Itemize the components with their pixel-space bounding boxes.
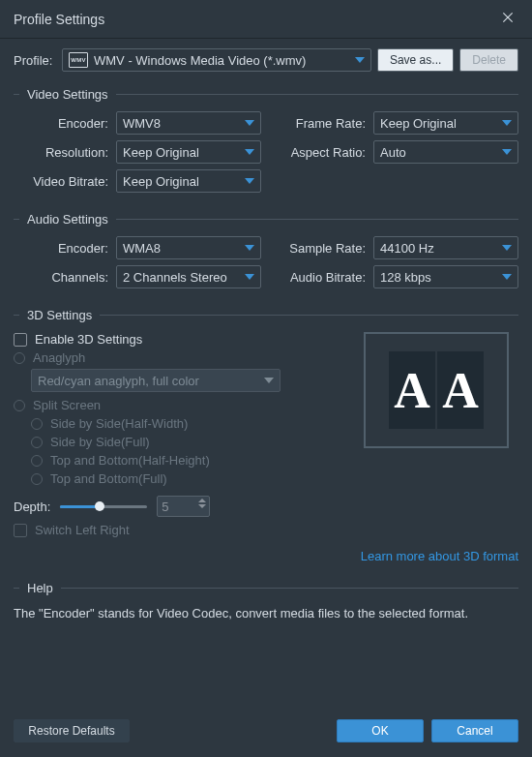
chevron-down-icon xyxy=(245,149,254,155)
audio-bitrate-label: Audio Bitrate: xyxy=(277,270,373,285)
tb-half-radio: Top and Bottom(Half-Height) xyxy=(31,453,518,468)
audio-settings-header: Audio Settings xyxy=(27,212,108,227)
aspect-ratio-select[interactable]: Auto xyxy=(373,140,518,164)
video-encoder-label: Encoder: xyxy=(14,116,116,131)
profile-select[interactable]: WMV WMV - Windows Media Video (*.wmv) xyxy=(62,48,371,72)
anaglyph-label: Anaglyph xyxy=(33,350,85,365)
cancel-button[interactable]: Cancel xyxy=(431,719,518,742)
channels-select[interactable]: 2 Channels Stereo xyxy=(116,265,261,288)
enable-3d-label: Enable 3D Settings xyxy=(35,332,142,347)
chevron-down-icon xyxy=(245,245,254,251)
chevron-down-icon xyxy=(245,178,254,184)
audio-encoder-label: Encoder: xyxy=(14,241,116,256)
channels-label: Channels: xyxy=(14,270,116,285)
learn-more-link[interactable]: Learn more about 3D format xyxy=(361,549,518,563)
tb-full-radio: Top and Bottom(Full) xyxy=(31,471,518,486)
sample-rate-select[interactable]: 44100 Hz xyxy=(373,236,518,259)
close-icon[interactable] xyxy=(501,11,518,28)
3d-preview: A A xyxy=(364,332,509,448)
chevron-down-icon xyxy=(355,57,365,63)
preview-letter-left: A xyxy=(394,362,430,419)
depth-label: Depth: xyxy=(14,500,50,514)
anaglyph-select: Red/cyan anaglyph, full color xyxy=(31,369,281,392)
preview-letter-right: A xyxy=(442,362,479,419)
depth-stepper[interactable]: 5 xyxy=(157,496,210,517)
resolution-select[interactable]: Keep Original xyxy=(116,140,261,164)
video-settings-header: Video Settings xyxy=(27,87,108,102)
3d-settings-header: 3D Settings xyxy=(27,308,92,322)
delete-button: Delete xyxy=(459,48,518,72)
frame-rate-label: Frame Rate: xyxy=(277,116,373,131)
chevron-down-icon xyxy=(245,120,254,126)
chevron-down-icon xyxy=(264,378,274,383)
aspect-ratio-label: Aspect Ratio: xyxy=(277,145,373,160)
switch-lr-label: Switch Left Right xyxy=(35,523,130,537)
video-bitrate-label: Video Bitrate: xyxy=(14,174,116,189)
wmv-format-icon: WMV xyxy=(69,52,88,68)
chevron-down-icon xyxy=(502,274,512,280)
audio-encoder-select[interactable]: WMA8 xyxy=(116,236,261,259)
chevron-down-icon xyxy=(502,245,512,251)
window-title: Profile Settings xyxy=(14,12,104,27)
profile-label: Profile: xyxy=(14,53,56,68)
video-encoder-select[interactable]: WMV8 xyxy=(116,111,261,135)
chevron-down-icon xyxy=(502,120,512,126)
ok-button[interactable]: OK xyxy=(337,719,424,742)
video-bitrate-select[interactable]: Keep Original xyxy=(116,169,261,193)
split-screen-label: Split Screen xyxy=(33,398,101,412)
depth-slider[interactable] xyxy=(60,500,147,513)
depth-value: 5 xyxy=(162,500,168,514)
audio-bitrate-select[interactable]: 128 kbps xyxy=(373,265,518,288)
switch-lr-checkbox: Switch Left Right xyxy=(14,523,518,537)
help-header: Help xyxy=(27,581,53,595)
chevron-down-icon xyxy=(502,149,512,155)
profile-value: WMV - Windows Media Video (*.wmv) xyxy=(94,53,349,68)
resolution-label: Resolution: xyxy=(14,145,116,160)
chevron-down-icon xyxy=(245,274,254,280)
frame-rate-select[interactable]: Keep Original xyxy=(373,111,518,135)
help-text: The "Encoder" stands for Video Codec, co… xyxy=(14,605,518,622)
restore-defaults-button[interactable]: Restore Defaults xyxy=(14,719,130,742)
sample-rate-label: Sample Rate: xyxy=(277,241,373,256)
save-as-button[interactable]: Save as... xyxy=(377,48,454,72)
